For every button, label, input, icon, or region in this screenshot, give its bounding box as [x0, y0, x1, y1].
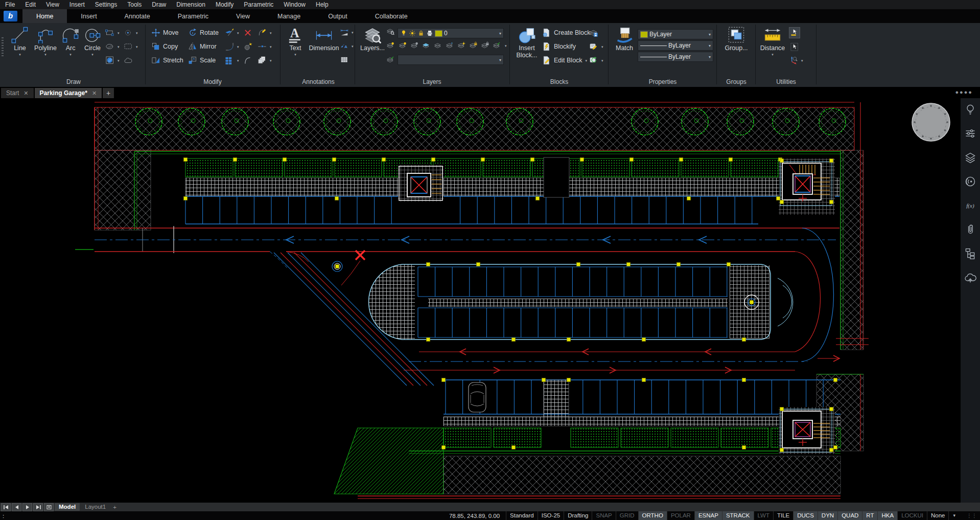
ribbon-tab-insert[interactable]: Insert: [67, 9, 110, 23]
layer-isolate2-icon[interactable]: [422, 41, 430, 50]
leader-button[interactable]: A▾: [340, 42, 354, 50]
status-toggle-hka[interactable]: HKA: [877, 511, 897, 520]
layer-lock-icon[interactable]: [417, 30, 425, 37]
layer-filter-dropdown[interactable]: ▾: [398, 55, 504, 65]
distance-button[interactable]: Distance▾: [758, 26, 787, 56]
arc-button[interactable]: Arc▾: [61, 26, 80, 56]
status-toggle-iso-25[interactable]: ISO-25: [538, 511, 564, 520]
menu-modify[interactable]: Modify: [211, 0, 239, 9]
fillet-button[interactable]: ▾: [225, 42, 239, 51]
bricscad-logo-icon[interactable]: b: [4, 11, 17, 21]
select-button[interactable]: [790, 42, 799, 52]
table-button[interactable]: [340, 56, 348, 64]
layer-dropdown[interactable]: 0 ▾: [398, 28, 504, 38]
menu-view[interactable]: View: [41, 0, 64, 9]
edit-curve-button[interactable]: ▾: [258, 28, 272, 37]
create-block-button[interactable]: Create Block: [542, 28, 591, 37]
group-button[interactable]: Group...: [725, 26, 748, 52]
last-layout-button[interactable]: [33, 503, 43, 511]
attach-radar-icon[interactable]: [964, 175, 976, 190]
layer-off-icon[interactable]: [399, 41, 407, 50]
move-button[interactable]: Move: [151, 28, 179, 37]
new-document-tab-button[interactable]: +: [103, 88, 114, 98]
layer-unlock-icon[interactable]: [481, 41, 489, 50]
command-prompt[interactable]: :: [0, 513, 4, 519]
status-toggle-quad[interactable]: QUAD: [837, 511, 862, 520]
layer-on-icon[interactable]: [400, 30, 407, 37]
array-button[interactable]: ▾: [225, 56, 239, 65]
status-toggle-ortho[interactable]: ORTHO: [638, 511, 667, 520]
delete-button[interactable]: [243, 28, 252, 37]
properties-sliders-icon[interactable]: [964, 127, 976, 142]
status-toggle-drafting[interactable]: Drafting: [564, 511, 592, 520]
quick-select-button[interactable]: [789, 27, 800, 38]
status-toggle-polar[interactable]: POLAR: [667, 511, 694, 520]
status-toggle-lockui[interactable]: LOCKUI: [897, 511, 927, 520]
text-button[interactable]: A Text▾: [285, 26, 306, 56]
status-toggle-grid[interactable]: GRID: [616, 511, 638, 520]
menu-window[interactable]: Window: [278, 0, 311, 9]
layer-state-button[interactable]: [386, 27, 394, 35]
circle-button[interactable]: Circle▾: [82, 26, 103, 56]
dim-style-button[interactable]: ▾: [340, 28, 354, 36]
ribbon-drag-handle[interactable]: [2, 37, 4, 58]
polyline-button[interactable]: Polyline▾: [33, 26, 58, 56]
status-settings-caret[interactable]: ▾: [948, 511, 960, 520]
cloud-upload-icon[interactable]: [964, 272, 976, 286]
attribute-edit-button[interactable]: ▾: [589, 42, 603, 51]
previous-layout-button[interactable]: [12, 503, 21, 511]
blockify-button[interactable]: Blockify: [542, 42, 576, 51]
ribbon-tab-annotate[interactable]: Annotate: [111, 9, 164, 23]
save-block-button[interactable]: [589, 28, 598, 37]
ribbon-tab-home[interactable]: Home: [22, 9, 67, 23]
status-toggle-ducs[interactable]: DUCS: [793, 511, 818, 520]
ucs-button[interactable]: ▾: [789, 56, 803, 65]
edit-block-button[interactable]: Edit Block▾: [542, 56, 587, 65]
revision-cloud-button[interactable]: ▾: [124, 42, 138, 51]
menu-dimension[interactable]: Dimension: [171, 0, 211, 9]
layout1-tab[interactable]: Layout1: [81, 503, 110, 511]
layer-freeze-icon[interactable]: *: [446, 41, 454, 50]
layer-verify-button[interactable]: ✓: [386, 56, 394, 64]
layer-thaw-icon[interactable]: [409, 30, 416, 37]
layers-stack-icon[interactable]: [964, 151, 976, 166]
copy-nested-button[interactable]: ▾: [258, 56, 272, 65]
status-toggle-tile[interactable]: TILE: [773, 511, 793, 520]
new-layout-button[interactable]: +: [110, 504, 120, 510]
layer-on-others-icon[interactable]: [410, 41, 418, 50]
status-toggle-esnap[interactable]: ESNAP: [694, 511, 722, 520]
ribbon-tab-manage[interactable]: Manage: [264, 9, 314, 23]
polyline-edit-button[interactable]: [243, 56, 252, 65]
menu-edit[interactable]: Edit: [20, 0, 41, 9]
color-dropdown[interactable]: ByLayer ▾: [638, 29, 713, 39]
menu-file[interactable]: File: [0, 0, 20, 9]
insert-block-button[interactable]: Insert Block...: [515, 26, 539, 59]
rotate-button[interactable]: Rotate: [188, 28, 219, 37]
next-layout-button[interactable]: [22, 503, 32, 511]
status-toggle-dyn[interactable]: DYN: [818, 511, 837, 520]
status-toggle-strack[interactable]: STRACK: [722, 511, 754, 520]
layer-thaw-all-icon[interactable]: [457, 41, 465, 50]
scale-button[interactable]: Scale: [188, 56, 216, 65]
menu-settings[interactable]: Settings: [90, 0, 122, 9]
layer-unisolate-icon[interactable]: [434, 41, 442, 50]
tips-lightbulb-icon[interactable]: [964, 103, 976, 118]
doc-tab-start[interactable]: Start ✕: [1, 88, 34, 98]
model-tab[interactable]: Model: [55, 503, 80, 511]
status-toggle-none[interactable]: None: [927, 511, 949, 520]
trim-button[interactable]: ▾: [225, 28, 239, 37]
stretch-button[interactable]: Stretch: [151, 56, 183, 65]
ribbon-tab-output[interactable]: Output: [314, 9, 361, 23]
ribbon-tab-parametric[interactable]: Parametric: [164, 9, 222, 23]
cloud-shape-button[interactable]: [124, 56, 133, 65]
layout-list-button[interactable]: [44, 503, 54, 511]
copy-button[interactable]: Copy: [151, 42, 178, 51]
menu-parametric[interactable]: Parametric: [239, 0, 278, 9]
status-toggle-standard[interactable]: Standard: [506, 511, 538, 520]
match-properties-button[interactable]: Match: [613, 26, 636, 52]
close-icon[interactable]: ✕: [24, 90, 28, 97]
rectangle-button[interactable]: ▾: [105, 28, 120, 37]
dimension-button[interactable]: Dimension: [307, 26, 341, 52]
status-toggle-rt[interactable]: RT: [862, 511, 877, 520]
layer-isolate-button[interactable]: [386, 41, 394, 50]
